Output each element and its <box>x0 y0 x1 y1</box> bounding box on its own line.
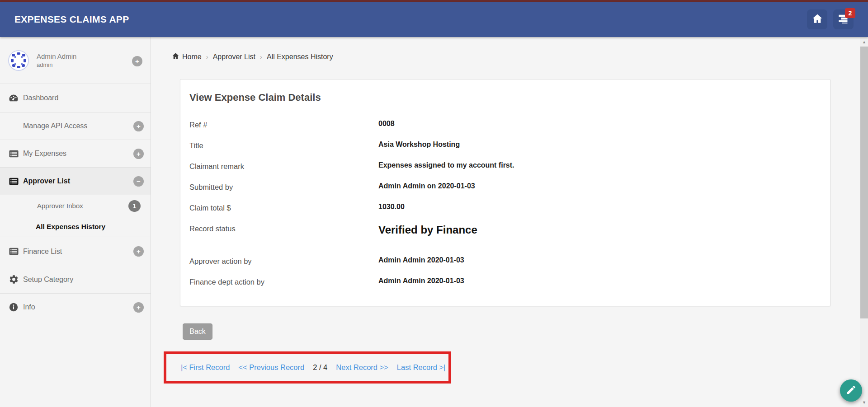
scrollbar-thumb[interactable] <box>860 47 868 318</box>
sidebar-item-label: Finance List <box>23 248 62 256</box>
breadcrumb-item-current: All Expenses History <box>267 53 333 61</box>
vertical-scrollbar[interactable]: ▲ ▼ <box>860 37 868 407</box>
field-value: Expenses assigned to my account first. <box>378 161 514 169</box>
sidebar: Admin Admin admin + Dashboard Manage API… <box>0 37 151 407</box>
sidebar-item-label: Approver Inbox <box>37 202 83 210</box>
breadcrumb-item[interactable]: Home <box>182 53 202 61</box>
sidebar-item-label: Approver List <box>23 177 70 185</box>
breadcrumb-separator: › <box>260 53 262 61</box>
sidebar-item-info[interactable]: Info + <box>0 294 151 321</box>
expand-plus-icon[interactable]: + <box>133 246 144 257</box>
field-label: Submitted by <box>189 182 378 192</box>
sidebar-item-finance-list[interactable]: Finance List + <box>0 237 151 266</box>
inbox-count-badge: 1 <box>128 200 141 212</box>
field-row-record-status: Record status Verified by Finance <box>189 224 821 236</box>
expand-plus-icon[interactable]: + <box>133 302 144 313</box>
card-title: View Expense Claim Details <box>189 92 821 103</box>
breadcrumb-home[interactable]: Home <box>172 52 202 61</box>
pencil-icon <box>846 384 857 397</box>
home-icon <box>172 52 179 61</box>
user-expand-button[interactable]: + <box>132 56 142 66</box>
expense-claim-details-card: View Expense Claim Details Ref # 0008 Ti… <box>180 79 830 306</box>
header-actions: 2 <box>807 9 854 29</box>
notifications-button[interactable]: 2 <box>833 9 854 29</box>
field-row-approver-action: Approver action by Admin Admin 2020-01-0… <box>189 256 821 266</box>
breadcrumb: Home › Approver List › All Expenses Hist… <box>172 52 860 61</box>
sidebar-item-all-expenses-history[interactable]: All Expenses History <box>0 217 151 237</box>
user-info: Admin Admin admin <box>37 52 76 68</box>
app-header: EXPENSES CLAIMS APP 2 <box>0 2 868 37</box>
field-row-claimant-remark: Claimant remark Expenses assigned to my … <box>189 161 821 171</box>
sidebar-item-label: Info <box>23 303 35 311</box>
list-icon <box>8 246 19 257</box>
field-row-submitted-by: Submitted by Admin Admin on 2020-01-03 <box>189 182 821 192</box>
gear-icon <box>8 274 19 285</box>
field-value: Asia Workshop Hosting <box>378 140 460 149</box>
field-value: Admin Admin 2020-01-03 <box>378 277 464 285</box>
field-label: Finance dept action by <box>189 277 378 286</box>
sidebar-item-label: All Expenses History <box>36 223 105 231</box>
main-content: Home › Approver List › All Expenses Hist… <box>151 37 860 407</box>
user-name: Admin Admin <box>37 52 76 60</box>
app-title: EXPENSES CLAIMS APP <box>14 14 129 25</box>
sidebar-item-approver-inbox[interactable]: Approver Inbox 1 <box>0 195 151 217</box>
collapse-minus-icon[interactable]: − <box>133 176 144 187</box>
last-record-link[interactable]: Last Record >| <box>397 363 445 372</box>
expand-plus-icon[interactable]: + <box>133 121 144 131</box>
record-pagination: |< First Record << Previous Record 2 / 4… <box>164 351 451 384</box>
avatar <box>8 50 29 71</box>
field-label: Ref # <box>189 120 378 129</box>
dashboard-icon <box>8 93 19 103</box>
list-icon <box>8 176 19 187</box>
field-row-ref: Ref # 0008 <box>189 120 821 130</box>
sidebar-item-my-expenses[interactable]: My Expenses + <box>0 140 151 168</box>
record-status-value: Verified by Finance <box>378 224 477 236</box>
sidebar-item-label: My Expenses <box>23 150 66 158</box>
home-icon <box>811 13 823 26</box>
field-value: Admin Admin on 2020-01-03 <box>378 182 475 190</box>
sidebar-item-dashboard[interactable]: Dashboard <box>0 84 151 112</box>
breadcrumb-item[interactable]: Approver List <box>213 53 255 61</box>
back-button[interactable]: Back <box>183 323 212 340</box>
expand-plus-icon[interactable]: + <box>133 149 144 159</box>
field-row-title: Title Asia Workshop Hosting <box>189 140 821 150</box>
breadcrumb-separator: › <box>206 53 208 61</box>
notification-count-badge: 2 <box>845 8 855 18</box>
next-record-link[interactable]: Next Record >> <box>336 363 388 372</box>
user-username: admin <box>37 61 76 68</box>
sidebar-item-label: Manage API Access <box>23 122 87 130</box>
scrollbar-up-arrow[interactable]: ▲ <box>860 38 868 46</box>
sidebar-item-manage-api-access[interactable]: Manage API Access + <box>0 112 151 140</box>
edit-fab-button[interactable] <box>840 379 862 402</box>
user-panel: Admin Admin admin + <box>0 37 151 84</box>
previous-record-link[interactable]: << Previous Record <box>238 363 304 372</box>
field-label: Claimant remark <box>189 161 378 171</box>
list-icon <box>8 149 19 159</box>
home-button[interactable] <box>807 9 827 29</box>
field-value: 0008 <box>378 120 395 128</box>
scrollbar-down-arrow[interactable]: ▼ <box>860 398 868 406</box>
sidebar-item-label: Setup Category <box>23 276 73 284</box>
field-value: 1030.00 <box>378 203 405 211</box>
field-row-finance-action: Finance dept action by Admin Admin 2020-… <box>189 277 821 287</box>
sidebar-item-label: Dashboard <box>23 94 58 102</box>
field-label: Record status <box>189 224 378 233</box>
field-label: Approver action by <box>189 256 378 266</box>
info-icon <box>8 302 19 312</box>
field-row-claim-total: Claim total $ 1030.00 <box>189 203 821 213</box>
sidebar-item-setup-category[interactable]: Setup Category <box>0 266 151 294</box>
first-record-link[interactable]: |< First Record <box>181 363 230 372</box>
field-label: Title <box>189 140 378 150</box>
field-value: Admin Admin 2020-01-03 <box>378 256 464 264</box>
record-position: 2 / 4 <box>313 363 327 372</box>
field-label: Claim total $ <box>189 203 378 212</box>
sidebar-item-approver-list[interactable]: Approver List − <box>0 168 151 195</box>
